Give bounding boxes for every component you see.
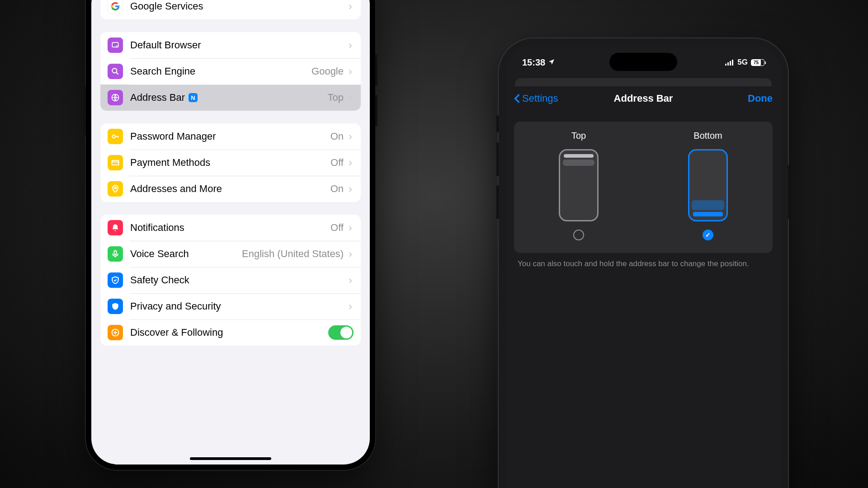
row-label: Privacy and Security bbox=[130, 300, 221, 312]
chevron-right-icon: › bbox=[347, 156, 354, 169]
row-notifications[interactable]: Notifications Off › bbox=[100, 215, 361, 241]
back-label: Settings bbox=[522, 93, 558, 104]
radio-checked-icon[interactable]: ✓ bbox=[703, 230, 713, 240]
volume-up-button[interactable] bbox=[375, 54, 377, 86]
row-label: Voice Search bbox=[130, 248, 189, 260]
top-position-preview bbox=[559, 149, 599, 221]
home-indicator[interactable] bbox=[190, 457, 271, 460]
address-bar-sheet: Settings Address Bar Done Top Bottom bbox=[505, 86, 782, 488]
volume-up-button[interactable] bbox=[496, 142, 499, 176]
globe-icon bbox=[108, 90, 123, 105]
settings-list[interactable]: Sync On › Google Services › bbox=[91, 0, 370, 465]
row-voice-search[interactable]: Voice Search English (United States) › bbox=[100, 241, 361, 267]
chevron-right-icon: › bbox=[347, 39, 354, 52]
svg-point-2 bbox=[112, 68, 117, 73]
chevron-right-icon: › bbox=[347, 183, 354, 195]
row-default-browser[interactable]: Default Browser › bbox=[100, 32, 361, 58]
position-options: Top Bottom ✓ bbox=[514, 122, 773, 253]
option-label: Top bbox=[571, 131, 586, 141]
network-label: 5G bbox=[737, 58, 748, 67]
power-button[interactable] bbox=[84, 86, 86, 136]
row-label: Payment Methods bbox=[130, 157, 210, 169]
battery-level: 75 bbox=[751, 60, 761, 66]
row-value: Off bbox=[330, 157, 344, 169]
phone-left-frame: Sync On › Google Services › bbox=[86, 0, 375, 470]
battery-icon: 75 bbox=[751, 59, 764, 66]
volume-down-button[interactable] bbox=[375, 95, 377, 127]
row-value: On bbox=[330, 131, 344, 142]
row-privacy-security[interactable]: Privacy and Security › bbox=[100, 293, 361, 319]
row-search-engine[interactable]: Search Engine Google › bbox=[100, 58, 361, 84]
chevron-right-icon: › bbox=[347, 274, 354, 286]
row-label: Notifications bbox=[130, 222, 184, 234]
svg-rect-10 bbox=[727, 62, 729, 66]
nav-bar: Settings Address Bar Done bbox=[505, 86, 782, 111]
row-payment-methods[interactable]: Payment Methods Off › bbox=[100, 150, 361, 176]
svg-rect-11 bbox=[730, 61, 731, 66]
key-icon bbox=[108, 129, 123, 144]
row-value: Top bbox=[328, 92, 344, 103]
new-badge: N bbox=[189, 93, 198, 102]
nav-title: Address Bar bbox=[614, 93, 673, 104]
row-label: Discover & Following bbox=[130, 327, 223, 338]
volume-down-button[interactable] bbox=[496, 185, 499, 219]
card-icon bbox=[108, 155, 123, 170]
back-button[interactable]: Settings bbox=[514, 93, 568, 104]
mic-icon bbox=[108, 246, 123, 262]
right-screen: 15:38 5G 75 Settings bbox=[505, 45, 782, 488]
row-discover[interactable]: Discover & Following bbox=[100, 319, 361, 346]
settings-group-account: Sync On › Google Services › bbox=[100, 0, 361, 19]
row-label: Password Manager bbox=[130, 131, 216, 142]
row-value: Google bbox=[311, 66, 344, 77]
location-icon bbox=[108, 181, 123, 197]
chevron-right-icon: › bbox=[347, 91, 354, 104]
row-value: English (United States) bbox=[193, 248, 344, 260]
settings-group-browser: Default Browser › Search Engine Google › bbox=[100, 32, 361, 111]
location-arrow-icon bbox=[548, 57, 555, 68]
phone-right-frame: 15:38 5G 75 Settings bbox=[499, 38, 788, 488]
search-icon bbox=[108, 64, 123, 79]
option-top[interactable]: Top bbox=[514, 131, 643, 240]
help-text: You can also touch and hold the address … bbox=[505, 253, 782, 275]
discover-icon bbox=[108, 325, 123, 340]
chevron-right-icon: › bbox=[347, 248, 354, 260]
row-value: On bbox=[330, 183, 344, 195]
bottom-position-preview bbox=[688, 149, 728, 221]
row-google-services[interactable]: Google Services › bbox=[100, 0, 361, 19]
svg-point-4 bbox=[112, 135, 115, 138]
silent-switch[interactable] bbox=[496, 115, 499, 132]
dynamic-island bbox=[609, 53, 677, 71]
row-label: Default Browser bbox=[130, 39, 201, 51]
chevron-right-icon: › bbox=[347, 221, 354, 234]
row-label: Addresses and More bbox=[130, 183, 222, 195]
row-safety-check[interactable]: Safety Check › bbox=[100, 267, 361, 293]
svg-rect-5 bbox=[112, 160, 119, 165]
row-addresses[interactable]: Addresses and More On › bbox=[100, 176, 361, 202]
google-icon bbox=[108, 0, 123, 14]
left-screen: Sync On › Google Services › bbox=[91, 0, 370, 465]
radio-unchecked-icon[interactable] bbox=[573, 230, 584, 240]
row-password-manager[interactable]: Password Manager On › bbox=[100, 123, 361, 150]
default-browser-icon bbox=[108, 38, 123, 53]
row-address-bar[interactable]: Address Bar N Top › bbox=[100, 84, 361, 111]
done-button[interactable]: Done bbox=[718, 93, 773, 104]
option-label: Bottom bbox=[693, 131, 722, 141]
chevron-right-icon: › bbox=[347, 130, 354, 143]
svg-point-6 bbox=[114, 187, 116, 188]
chevron-right-icon: › bbox=[347, 0, 354, 13]
shield-icon bbox=[108, 299, 123, 314]
row-value: Off bbox=[330, 222, 344, 234]
bell-icon bbox=[108, 220, 123, 235]
row-label: Search Engine bbox=[130, 66, 195, 77]
signal-icon bbox=[725, 57, 734, 68]
discover-toggle[interactable] bbox=[328, 325, 354, 340]
option-bottom[interactable]: Bottom ✓ bbox=[643, 131, 773, 240]
power-button[interactable] bbox=[788, 165, 790, 219]
chevron-right-icon: › bbox=[347, 65, 354, 78]
svg-rect-12 bbox=[732, 60, 733, 66]
row-label: Google Services bbox=[130, 0, 203, 12]
chevron-right-icon: › bbox=[347, 300, 354, 313]
shield-check-icon bbox=[108, 272, 123, 288]
status-time: 15:38 bbox=[522, 57, 545, 68]
settings-group-autofill: Password Manager On › Payment Methods Of… bbox=[100, 123, 361, 202]
